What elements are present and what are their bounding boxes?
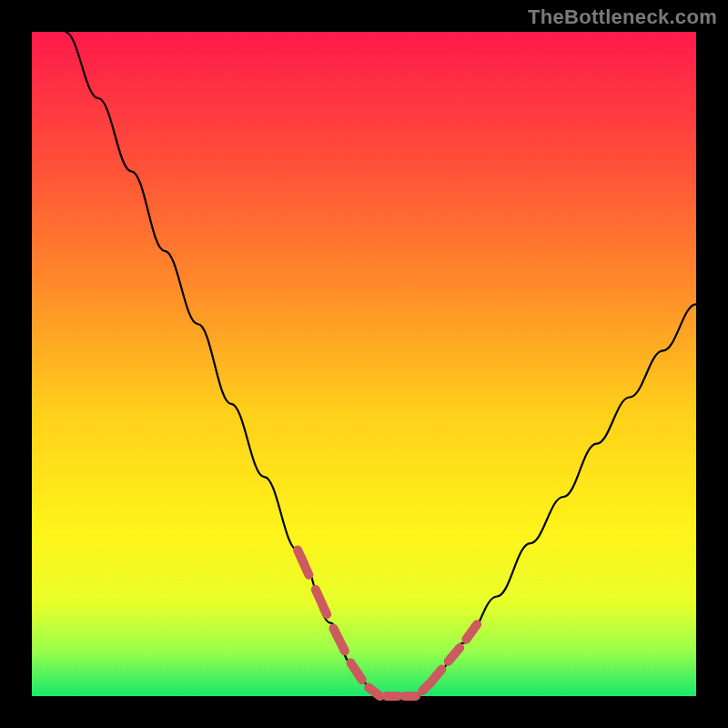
bottleneck-curve bbox=[66, 32, 697, 696]
chart-container: TheBottleneck.com bbox=[0, 0, 728, 728]
highlight-dash bbox=[298, 550, 308, 574]
highlight-dash bbox=[449, 648, 460, 662]
highlight-dash bbox=[333, 629, 344, 652]
highlight-dashes bbox=[298, 550, 477, 696]
highlight-dash bbox=[369, 688, 379, 696]
plot-area bbox=[32, 32, 696, 696]
bottleneck-curve-svg bbox=[32, 32, 696, 696]
highlight-dash bbox=[350, 663, 361, 681]
watermark-text: TheBottleneck.com bbox=[528, 5, 717, 29]
highlight-dash bbox=[430, 670, 441, 683]
highlight-dash bbox=[316, 590, 327, 614]
highlight-dash bbox=[466, 624, 477, 639]
